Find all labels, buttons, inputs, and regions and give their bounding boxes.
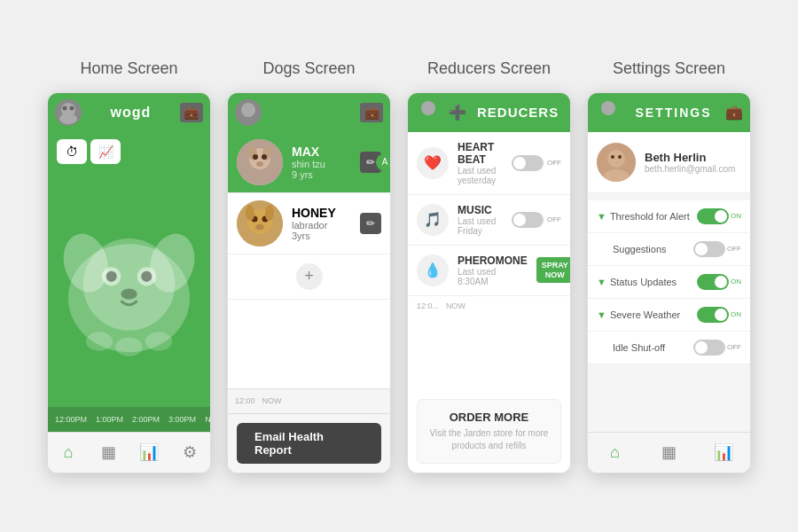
reducer-music: 🎵 MUSIC Last used Friday OFF xyxy=(408,195,570,246)
dog-age-max: 9 yrs xyxy=(292,169,351,180)
profile-details: Beth Herlin beth.herlin@gmail.com xyxy=(645,151,735,174)
reducer-heartbeat: ❤️ HEART BEAT Last used yesterday OFF xyxy=(408,132,570,195)
home-chart-icon[interactable]: 📈 xyxy=(90,139,121,164)
dogs-phone-frame: 💼 xyxy=(227,92,391,473)
idle-toggle[interactable] xyxy=(693,340,725,356)
settings-row-threshold: ▼ Threshold for Alert ON xyxy=(588,200,750,233)
svg-point-11 xyxy=(141,270,152,281)
dogs-timeline: 12:00 NOW xyxy=(228,388,390,413)
order-more-box[interactable]: ORDER MORE Visit the Jarden store for mo… xyxy=(417,399,561,464)
settings-avatar[interactable] xyxy=(595,98,622,128)
reducers-avatar[interactable] xyxy=(415,98,442,128)
home-screen-wrapper: Home Screen wogd 💼 ⏱ 📈 xyxy=(47,59,211,473)
pheromone-icon: 💧 xyxy=(417,254,449,286)
settings-bottom-nav: ⌂ ▦ 📊 xyxy=(588,432,750,473)
dog-breed-max: shin tzu xyxy=(292,159,351,169)
dog-card-honey[interactable]: HONEY labrador 3yrs ✏ xyxy=(228,193,390,254)
suggestions-toggle[interactable] xyxy=(693,241,725,257)
home-top-bar: wogd 💼 xyxy=(48,93,210,132)
weather-toggle-label: ON xyxy=(731,310,741,318)
dog-info-honey: HONEY labrador 3yrs xyxy=(292,206,351,241)
dog-name-honey: HONEY xyxy=(292,206,351,220)
home-avatar[interactable] xyxy=(55,99,82,126)
profile-name: Beth Herlin xyxy=(645,151,735,164)
dog-card-max[interactable]: MAX shin tzu 9 yrs ✏ A xyxy=(228,132,390,193)
svg-point-3 xyxy=(59,113,77,124)
pheromone-name: PHEROMONE xyxy=(458,254,528,267)
dog-info-max: MAX shin tzu 9 yrs xyxy=(292,145,351,180)
music-toggle-label: OFF xyxy=(547,215,561,223)
timeline-label-4: 3:00PM xyxy=(168,415,196,424)
screens-container: Home Screen wogd 💼 ⏱ 📈 xyxy=(29,42,769,491)
timeline-label-1: 12:00PM xyxy=(55,415,87,424)
spray-now-button[interactable]: SPRAYNOW xyxy=(536,257,571,284)
home-dog-area xyxy=(48,168,210,407)
dogs-screen-wrapper: Dogs Screen 💼 xyxy=(227,59,391,473)
dogs-content: MAX shin tzu 9 yrs ✏ A xyxy=(228,132,390,413)
dogs-avatar[interactable] xyxy=(235,99,262,126)
heartbeat-info: HEART BEAT Last used yesterday xyxy=(458,141,503,185)
dogs-briefcase-icon[interactable]: 💼 xyxy=(360,103,383,122)
svg-point-38 xyxy=(618,155,622,159)
status-toggle[interactable] xyxy=(697,274,729,290)
status-arrow: ▼ xyxy=(597,277,606,287)
svg-point-10 xyxy=(106,270,117,281)
home-content: ⏱ 📈 xyxy=(48,132,210,432)
settings-section-title: SETTINGS xyxy=(635,106,711,120)
svg-point-29 xyxy=(255,223,264,230)
reducer-pheromone: 💧 PHEROMONE Last used 8:30AM SPRAYNOW xyxy=(408,246,570,296)
home-nav-grid[interactable]: ▦ xyxy=(95,438,123,466)
order-more-sub: Visit the Jarden store for more products… xyxy=(426,427,552,452)
profile-avatar xyxy=(597,143,636,182)
heartbeat-name: HEART BEAT xyxy=(458,141,503,166)
home-nav-home[interactable]: ⌂ xyxy=(54,438,82,466)
status-toggle-label: ON xyxy=(731,278,741,286)
email-report-bar: Email Health Report xyxy=(228,413,390,473)
idle-toggle-label: OFF xyxy=(727,343,741,351)
timeline-label-now: NOW xyxy=(205,415,211,424)
reducers-content: ❤️ HEART BEAT Last used yesterday OFF 🎵 … xyxy=(408,132,570,473)
reducers-top-bar: ➕ REDUCERS xyxy=(408,93,570,132)
settings-screen-wrapper: Settings Screen SETTINGS 💼 xyxy=(587,59,751,473)
home-icons-row: ⏱ 📈 xyxy=(48,132,210,168)
dog-avatar-honey xyxy=(237,200,283,246)
home-clock-icon[interactable]: ⏱ xyxy=(57,139,87,164)
reducers-phone-frame: ➕ REDUCERS ❤️ HEART BEAT Last used yeste… xyxy=(407,92,571,473)
svg-point-14 xyxy=(115,337,143,356)
music-toggle[interactable]: OFF xyxy=(512,212,561,228)
svg-point-33 xyxy=(601,101,615,115)
reducers-tl2: NOW xyxy=(446,301,466,310)
settings-nav-home[interactable]: ⌂ xyxy=(601,438,630,466)
threshold-toggle[interactable] xyxy=(697,208,729,224)
svg-point-15 xyxy=(145,332,173,350)
svg-point-1 xyxy=(63,106,67,110)
order-more-title: ORDER MORE xyxy=(426,411,552,424)
add-dog-button[interactable]: + xyxy=(296,263,323,290)
home-nav-settings[interactable]: ⚙ xyxy=(176,438,204,466)
weather-toggle[interactable] xyxy=(697,307,729,323)
settings-nav-grid[interactable]: ▦ xyxy=(655,438,684,466)
music-last-used: Last used Friday xyxy=(458,216,503,236)
threshold-toggle-label: ON xyxy=(731,212,741,220)
email-report-button[interactable]: Email Health Report xyxy=(237,423,381,464)
settings-content: Beth Herlin beth.herlin@gmail.com ▼ Thre… xyxy=(588,132,750,432)
settings-briefcase-icon[interactable]: 💼 xyxy=(725,104,743,121)
home-phone-frame: wogd 💼 ⏱ 📈 xyxy=(47,92,211,473)
svg-point-2 xyxy=(70,106,74,110)
reducers-section-title: REDUCERS xyxy=(477,105,559,120)
heartbeat-toggle[interactable]: OFF xyxy=(512,155,561,171)
home-nav-chart[interactable]: 📊 xyxy=(135,438,163,466)
dog-breed-honey: labrador xyxy=(292,220,351,231)
home-briefcase-icon[interactable]: 💼 xyxy=(180,103,203,122)
dog-letter-a: A xyxy=(376,153,390,171)
heartbeat-icon: ❤️ xyxy=(417,147,449,179)
idle-label: Idle Shut-off xyxy=(613,342,693,353)
settings-nav-chart[interactable]: 📊 xyxy=(709,438,738,466)
dogs-screen-title: Dogs Screen xyxy=(262,59,355,78)
dog-age-honey: 3yrs xyxy=(292,231,351,241)
dog-edit-honey[interactable]: ✏ xyxy=(360,213,381,234)
timeline-label-2: 1:00PM xyxy=(96,415,123,424)
settings-phone-frame: SETTINGS 💼 Be xyxy=(587,92,751,473)
svg-point-32 xyxy=(421,101,435,115)
pheromone-info: PHEROMONE Last used 8:30AM xyxy=(458,254,528,286)
